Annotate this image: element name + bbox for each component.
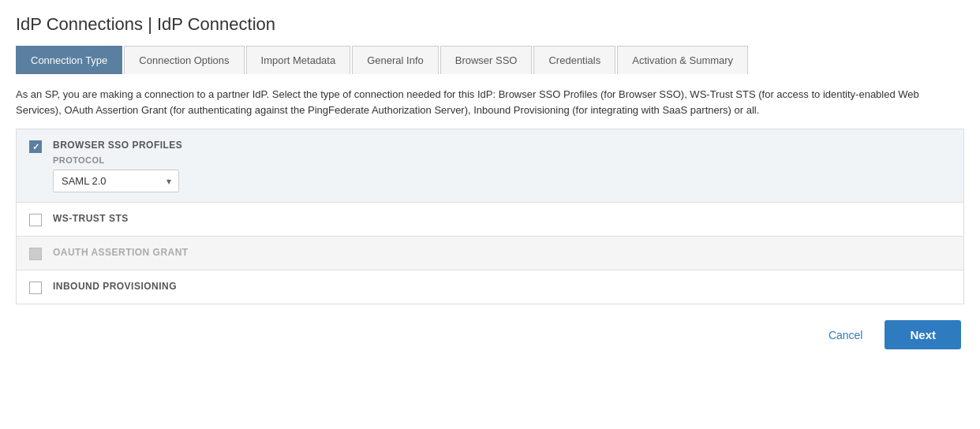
checkbox-area-oauth-assertion-grant <box>29 246 42 260</box>
tab-credentials[interactable]: Credentials <box>533 46 615 74</box>
tab-general-info[interactable]: General Info <box>352 46 439 74</box>
checkbox-browser-sso-profiles[interactable] <box>29 140 42 153</box>
row-content-ws-trust-sts: WS-TRUST STS <box>53 212 951 224</box>
tab-import-metadata[interactable]: Import Metadata <box>246 46 351 74</box>
checkbox-inbound-provisioning[interactable] <box>29 282 42 294</box>
row-label-inbound-provisioning: INBOUND PROVISIONING <box>53 280 951 292</box>
checkbox-area-inbound-provisioning <box>29 280 42 294</box>
connection-list: BROWSER SSO PROFILESPROTOCOLSAML 2.0SAML… <box>16 129 964 304</box>
row-label-oauth-assertion-grant: OAUTH ASSERTION GRANT <box>53 246 951 258</box>
page-title: IdP Connections | IdP Connection <box>16 14 964 35</box>
protocol-select[interactable]: SAML 2.0SAML 1.1WS-Federation <box>53 170 179 192</box>
protocol-select-wrapper: SAML 2.0SAML 1.1WS-Federation▾ <box>53 170 179 192</box>
page-wrapper: IdP Connections | IdP Connection Connect… <box>0 0 980 357</box>
description-text: As an SP, you are making a connection to… <box>16 87 947 118</box>
footer: Cancel Next <box>16 320 964 349</box>
row-content-inbound-provisioning: INBOUND PROVISIONING <box>53 280 951 292</box>
row-content-oauth-assertion-grant: OAUTH ASSERTION GRANT <box>53 246 951 258</box>
connection-row-oauth-assertion-grant: OAUTH ASSERTION GRANT <box>17 237 963 270</box>
row-label-browser-sso-profiles: BROWSER SSO PROFILES <box>53 139 951 151</box>
checkbox-area-ws-trust-sts <box>29 212 42 226</box>
tab-activation-summary[interactable]: Activation & Summary <box>617 46 748 74</box>
checkbox-ws-trust-sts[interactable] <box>29 214 42 226</box>
tab-bar: Connection TypeConnection OptionsImport … <box>16 46 964 74</box>
tab-connection-options[interactable]: Connection Options <box>124 46 244 74</box>
tab-browser-sso[interactable]: Browser SSO <box>440 46 533 74</box>
checkbox-area-browser-sso-profiles <box>29 139 42 153</box>
connection-row-ws-trust-sts: WS-TRUST STS <box>17 203 963 237</box>
protocol-section: PROTOCOLSAML 2.0SAML 1.1WS-Federation▾ <box>53 155 951 192</box>
cancel-button[interactable]: Cancel <box>819 323 873 348</box>
connection-row-browser-sso-profiles: BROWSER SSO PROFILESPROTOCOLSAML 2.0SAML… <box>17 129 963 203</box>
protocol-label: PROTOCOL <box>53 155 951 165</box>
row-content-browser-sso-profiles: BROWSER SSO PROFILESPROTOCOLSAML 2.0SAML… <box>53 139 951 192</box>
row-label-ws-trust-sts: WS-TRUST STS <box>53 212 951 224</box>
tab-connection-type[interactable]: Connection Type <box>16 46 122 74</box>
next-button[interactable]: Next <box>885 320 961 349</box>
checkbox-oauth-assertion-grant <box>29 248 42 260</box>
connection-row-inbound-provisioning: INBOUND PROVISIONING <box>17 270 963 304</box>
